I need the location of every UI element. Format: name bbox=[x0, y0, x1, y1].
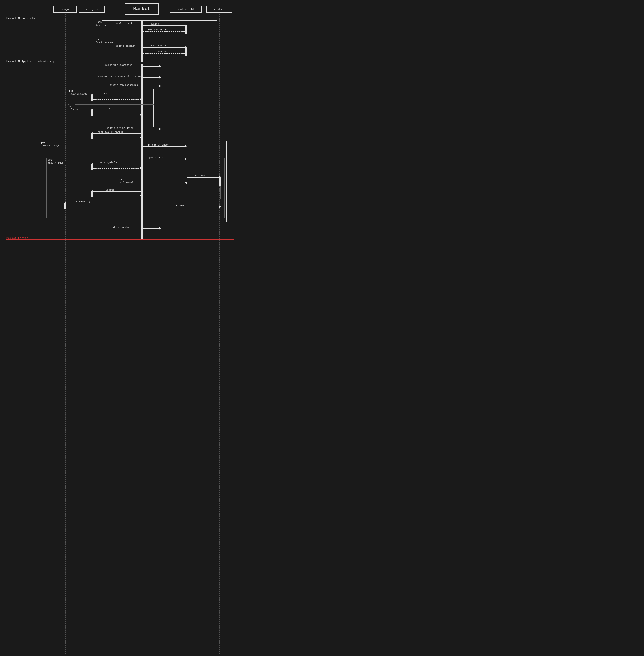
activation-postgres-create bbox=[91, 110, 93, 116]
arrow-label-fetchsession: fetch session bbox=[148, 44, 167, 47]
section-onmoduleinit-line bbox=[6, 20, 234, 20]
fragment-par-symbol: par each symbol bbox=[117, 178, 221, 199]
fragment-par-outer-guard: *each exchange bbox=[40, 144, 60, 147]
arrowhead-create-return bbox=[140, 113, 142, 116]
arrow-label-subscribe: subscribe exchanges bbox=[105, 64, 132, 66]
fragment-par-session-label: par bbox=[95, 38, 101, 41]
arrow-label-updatesession: update session bbox=[116, 45, 135, 47]
fragment-opt-outofdate: opt [out-of-date] par each symbol bbox=[46, 158, 225, 218]
fragment-par-symbol-label: par bbox=[118, 178, 124, 181]
arrow-update-product bbox=[143, 207, 221, 207]
arrowhead-updateassets bbox=[185, 158, 187, 160]
lifeline-mongo bbox=[65, 14, 66, 655]
arrowhead-syncronize bbox=[159, 76, 161, 79]
arrowhead-readsymbols-return bbox=[140, 167, 142, 169]
arrow-label-exist: exist bbox=[103, 92, 110, 94]
arrow-fetchsession bbox=[143, 47, 186, 48]
fragment-opt-exist-guard: [!exist] bbox=[69, 108, 80, 111]
arrow-label-fetchprice: fetch price bbox=[189, 175, 205, 177]
arrowhead-readall-return bbox=[140, 136, 142, 139]
fragment-par-exchange-label: par bbox=[68, 89, 74, 93]
arrow-subscribe bbox=[143, 66, 160, 67]
arrow-fetchprice-return bbox=[187, 183, 219, 183]
participant-market: Market bbox=[124, 3, 159, 15]
arrow-update-pg bbox=[93, 191, 141, 192]
lifeline-product bbox=[219, 14, 220, 655]
arrow-create-return bbox=[93, 115, 141, 115]
fragment-opt-outofdate-label: opt bbox=[47, 158, 53, 162]
fragment-opt-exist-label: opt bbox=[69, 105, 74, 108]
participant-postgres: Postgres bbox=[79, 6, 105, 13]
participant-marketchild: MarketChild bbox=[170, 6, 202, 13]
arrow-isoutofdate bbox=[143, 146, 186, 147]
participant-marketchild-label: MarketChild bbox=[178, 8, 194, 11]
section-onapplicationbootstrap-label: Market OnApplicationBootstrap bbox=[6, 60, 55, 63]
arrow-registerupdater bbox=[143, 228, 160, 229]
activation-postgres-exist bbox=[91, 94, 93, 101]
participant-mongo-label: Mongo bbox=[62, 8, 69, 11]
arrow-exist-return bbox=[93, 99, 141, 100]
participant-product-label: Product bbox=[214, 8, 224, 11]
arrow-label-readall: read all exchanges bbox=[98, 131, 123, 133]
arrow-exist bbox=[93, 94, 141, 95]
arrowhead-subscribe bbox=[159, 65, 161, 67]
arrow-syncronize bbox=[143, 78, 160, 78]
arrow-label-syncronize: syncronize database with market bbox=[98, 75, 142, 78]
arrowhead-registerupdater bbox=[159, 227, 161, 229]
arrow-label-create: create bbox=[105, 107, 113, 110]
activation-marketchild-health bbox=[185, 25, 187, 34]
activation-postgres-update bbox=[91, 191, 93, 197]
arrow-readsymbols-return bbox=[93, 168, 141, 169]
section-onapplicationbootstrap-line bbox=[6, 63, 234, 63]
arrow-label-update-product: update bbox=[176, 204, 185, 207]
arrowhead-fetchprice-return bbox=[185, 181, 187, 184]
section-listen-line bbox=[6, 239, 234, 240]
arrow-update-pg-return bbox=[93, 196, 141, 196]
lifeline-marketchild bbox=[186, 14, 186, 655]
activation-mongo-createlog bbox=[64, 203, 66, 209]
arrowhead-update-pg-return bbox=[140, 194, 142, 197]
arrow-readsymbols bbox=[93, 164, 141, 164]
section-listen: Market Listen bbox=[6, 236, 28, 240]
arrowhead-update-product bbox=[219, 205, 221, 208]
fragment-loop-guard: [healthy] bbox=[95, 24, 109, 27]
fragment-par-session-guard: *each exchange bbox=[95, 41, 115, 44]
section-listen-label: Market Listen bbox=[6, 236, 28, 240]
arrow-updateassets bbox=[143, 159, 186, 159]
arrow-label-isoutofdate: is out-of-date? bbox=[148, 144, 169, 146]
section-onmoduleinit-label: Market OnModuleInit bbox=[6, 17, 38, 20]
activation-marketchild-session bbox=[185, 47, 187, 56]
arrow-fetchprice bbox=[187, 177, 221, 178]
arrow-create bbox=[93, 110, 141, 110]
activation-postgres-readall bbox=[91, 133, 93, 139]
participant-product: Product bbox=[206, 6, 232, 13]
fragment-loop-label: loop bbox=[95, 20, 102, 24]
arrow-label-update-pg: update bbox=[106, 189, 114, 191]
section-onapplicationbootstrap: Market OnApplicationBootstrap bbox=[6, 60, 55, 63]
arrow-label-health: health bbox=[151, 23, 159, 25]
arrow-health bbox=[143, 25, 186, 26]
arrowhead-exist-return bbox=[140, 98, 142, 101]
arrow-updateoutdates bbox=[143, 129, 160, 129]
arrow-label-readsymbols: read symbols bbox=[100, 161, 117, 164]
arrowhead-updateoutdates bbox=[159, 128, 161, 130]
section-onmoduleinit: Market OnModuleInit bbox=[6, 17, 38, 20]
arrow-label-healthcheck: health check bbox=[116, 22, 133, 25]
sequence-diagram: Mongo Postgres Market MarketChild Produc… bbox=[0, 0, 644, 656]
participant-postgres-label: Postgres bbox=[86, 8, 98, 11]
arrow-label-createlog: create log bbox=[76, 200, 90, 203]
fragment-par-symbol-guard: each symbol bbox=[118, 181, 134, 184]
arrowhead-createnew bbox=[159, 85, 161, 87]
arrow-readall-return bbox=[93, 137, 141, 138]
fragment-opt-outofdate-guard: [out-of-date] bbox=[47, 161, 66, 165]
arrow-label-createnew: create new exchanges bbox=[110, 84, 138, 86]
arrowhead-isoutofdate bbox=[185, 145, 187, 148]
fragment-par-outer-label: par bbox=[40, 141, 46, 144]
arrow-session bbox=[143, 53, 185, 54]
arrow-label-updateoutdates: update out-of-dates bbox=[107, 127, 133, 129]
activation-market-registerupdater bbox=[141, 228, 143, 239]
arrow-readall bbox=[93, 133, 141, 134]
participant-mongo: Mongo bbox=[53, 6, 77, 13]
activation-postgres-readsymbols bbox=[91, 164, 93, 170]
fragment-par-outer: par *each exchange opt [out-of-date] par… bbox=[40, 141, 227, 222]
